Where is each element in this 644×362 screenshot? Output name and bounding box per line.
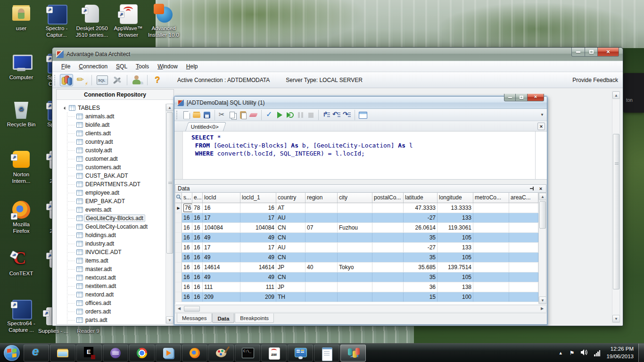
grid-cell[interactable]: 49 bbox=[203, 233, 240, 242]
grid-cell[interactable] bbox=[305, 272, 338, 282]
grid-cell[interactable] bbox=[372, 282, 404, 292]
grid-cell[interactable] bbox=[338, 253, 372, 262]
pin-icon[interactable] bbox=[529, 186, 534, 191]
scroll-right-icon[interactable]: ▶ bbox=[538, 305, 546, 312]
copy-icon[interactable] bbox=[228, 110, 238, 120]
edit-table-icon[interactable] bbox=[75, 74, 88, 86]
scroll-thumb[interactable] bbox=[166, 112, 173, 254]
grid-row[interactable]: ▶76781616AT47.333313.3333 bbox=[175, 203, 546, 213]
grid-cell[interactable]: 16 bbox=[182, 272, 192, 282]
grid-cell[interactable]: 14614 bbox=[203, 263, 240, 272]
grid-row[interactable]: 16161461414614JP40Tokyo35.685139.7514 bbox=[175, 263, 546, 272]
paste-icon[interactable] bbox=[239, 110, 248, 120]
grid-cell[interactable] bbox=[305, 213, 338, 222]
grid-cell[interactable] bbox=[372, 203, 404, 213]
sql-utility-icon[interactable] bbox=[95, 74, 108, 86]
grid-cell[interactable]: 17 bbox=[240, 243, 276, 252]
grid-row[interactable]: 16164949CN35105 bbox=[175, 253, 546, 263]
grid-column-header-locId[interactable]: locId bbox=[203, 193, 240, 203]
maximize-button[interactable] bbox=[585, 48, 598, 57]
table-view-icon[interactable] bbox=[358, 110, 367, 120]
desktop-icon-mozilla-firefox[interactable]: Mozilla Firefox bbox=[5, 200, 38, 235]
grid-row[interactable]: 1616111111JP36138 bbox=[175, 282, 546, 292]
taskbar-ie[interactable] bbox=[24, 345, 49, 362]
grid-cell[interactable]: 47.3333 bbox=[404, 203, 438, 213]
taskbar-eclipse[interactable] bbox=[103, 345, 128, 362]
grid-cell[interactable] bbox=[509, 223, 538, 232]
grid-column-header-s[interactable]: s... bbox=[182, 193, 192, 203]
desktop-icon-spectro-capture[interactable]: Spectro - Captur... bbox=[40, 4, 73, 39]
menu-sql[interactable]: SQL bbox=[112, 62, 132, 71]
taskbar-e-black[interactable] bbox=[76, 345, 102, 362]
execute-continue-icon[interactable] bbox=[285, 110, 295, 120]
tree-item-employee-adt[interactable]: employee.adt bbox=[58, 189, 165, 197]
grid-cell[interactable]: 16 bbox=[192, 292, 203, 302]
grid-cell[interactable]: 111 bbox=[240, 282, 276, 292]
tree-item-nextitem-adt[interactable]: nextitem.adt bbox=[58, 282, 165, 290]
sql-minimize-button[interactable] bbox=[504, 94, 516, 101]
grid-cell[interactable]: AU bbox=[276, 243, 305, 252]
desktop-icon-user[interactable]: user bbox=[5, 4, 38, 32]
grid-cell[interactable]: 07 bbox=[305, 223, 338, 232]
grid-cell[interactable] bbox=[509, 253, 538, 262]
tree-item-cust-bak-adt[interactable]: CUST_BAK.ADT bbox=[58, 172, 165, 180]
menu-help[interactable]: Help bbox=[182, 62, 202, 71]
grid-cell[interactable]: JP bbox=[276, 282, 305, 292]
grid-column-header-e[interactable]: e... bbox=[192, 193, 203, 203]
grid-cell[interactable]: 17 bbox=[203, 213, 240, 222]
grid-cell[interactable] bbox=[305, 282, 338, 292]
grid-cell[interactable]: CN bbox=[276, 223, 305, 232]
taskbar-notepad[interactable] bbox=[314, 345, 339, 362]
erase-icon[interactable] bbox=[249, 110, 258, 120]
grid-row[interactable]: 16161717AU-27133 bbox=[175, 213, 546, 223]
desktop-icon-computer[interactable]: Computer bbox=[5, 53, 38, 81]
grid-cell[interactable]: 16 bbox=[182, 282, 192, 292]
grid-cell[interactable] bbox=[338, 233, 372, 242]
grid-cell[interactable]: 15 bbox=[404, 292, 438, 302]
grid-cell[interactable] bbox=[473, 203, 509, 213]
tree-item-custoly-adt[interactable]: custoly.adt bbox=[58, 146, 165, 155]
grid-cell[interactable] bbox=[509, 203, 538, 213]
client-scrollbar[interactable]: ▲ ▼ bbox=[612, 91, 620, 323]
tree-item-nextord-adt[interactable]: nextord.adt bbox=[58, 290, 165, 299]
grid-cell[interactable] bbox=[509, 263, 538, 272]
tree-item-customers-adt[interactable]: customers.adt bbox=[58, 163, 165, 172]
volume-icon[interactable] bbox=[581, 349, 587, 357]
connection-icon[interactable] bbox=[60, 74, 73, 86]
tree-item-customer-adt[interactable]: customer.adt bbox=[58, 155, 165, 163]
tree-item-geolitecity-location-adt[interactable]: GeoLiteCity-Location.adt bbox=[58, 222, 165, 231]
grid-column-header-locId1[interactable]: locId_1 bbox=[240, 193, 276, 203]
client-scroll-thumb[interactable] bbox=[613, 134, 619, 289]
tree-item-master-adt[interactable]: master.adt bbox=[58, 265, 165, 273]
grid-cell[interactable] bbox=[473, 263, 509, 272]
tree-item-offices-adt[interactable]: offices.adt bbox=[58, 299, 165, 307]
grid-cell[interactable]: 49 bbox=[240, 272, 276, 282]
toolbar-overflow-icon[interactable]: ▼ bbox=[540, 113, 544, 117]
grid-scroll-thumb[interactable] bbox=[539, 201, 546, 229]
tree-item-nextcust-adt[interactable]: nextcust.adt bbox=[58, 273, 165, 282]
grid-cell[interactable]: -27 bbox=[404, 243, 438, 252]
hscroll-thumb[interactable] bbox=[184, 306, 200, 312]
network-icon[interactable] bbox=[594, 350, 600, 356]
tree-item-invoice-adt[interactable]: INVOICE.ADT bbox=[58, 248, 165, 256]
tree-item-parts-adt[interactable]: parts.adt bbox=[58, 316, 165, 323]
grid-cell[interactable]: Tokyo bbox=[338, 263, 372, 272]
grid-cell[interactable]: 16 bbox=[203, 203, 240, 213]
grid-cell[interactable]: 16 bbox=[192, 253, 203, 262]
data-panel-close-icon[interactable]: × bbox=[538, 186, 544, 191]
grid-cell[interactable] bbox=[473, 243, 509, 252]
grid-cell[interactable]: CN bbox=[276, 233, 305, 242]
grid-cell[interactable]: 17 bbox=[240, 213, 276, 222]
grid-cell[interactable] bbox=[338, 292, 372, 302]
grid-cell[interactable]: 209 bbox=[240, 292, 276, 302]
taskbar-explorer[interactable] bbox=[50, 345, 75, 362]
sql-window-titlebar[interactable]: [ADTDemoData] SQL Utility (1) × bbox=[174, 97, 547, 109]
grid-cell[interactable] bbox=[305, 233, 338, 242]
grid-row[interactable]: 16161717AU-27133 bbox=[175, 243, 546, 253]
grid-cell[interactable]: 16 bbox=[182, 292, 192, 302]
grid-cell[interactable] bbox=[509, 233, 538, 242]
step-back-icon[interactable] bbox=[332, 110, 341, 120]
grid-cell[interactable] bbox=[338, 203, 372, 213]
desktop-icon-spectro64-capture[interactable]: Spectro64 - Capture ... bbox=[5, 299, 38, 334]
grid-cell[interactable] bbox=[509, 272, 538, 282]
